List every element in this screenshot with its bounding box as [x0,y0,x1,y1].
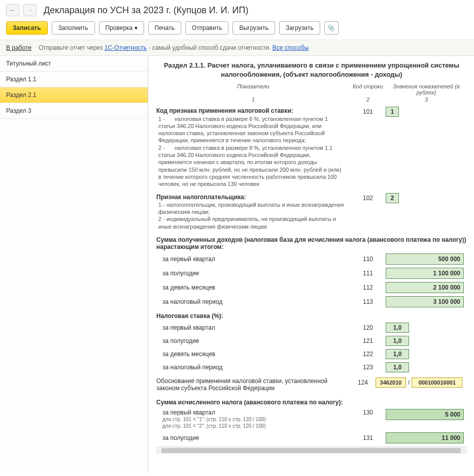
save-button[interactable]: Записать [6,21,48,35]
row-123: за налоговый период 123 1,0 [156,362,467,372]
row-112: за девять месяцев 112 2 100 000 [156,282,467,293]
row-102-code: 102 [350,193,386,202]
link-1c-report[interactable]: 1С-Отчетность [105,44,147,51]
income-header: Сумма полученных доходов (налоговая база… [156,236,467,250]
status-label[interactable]: В работе [6,44,31,51]
sidebar-item-section-2-1[interactable]: Раздел 2.1 [0,87,148,103]
column-headers: Показатели Код строки Значения показател… [156,83,467,96]
input-101[interactable]: 1 [386,107,399,117]
row-121: за полугодие 121 1,0 [156,336,467,346]
print-button[interactable]: Печать [148,21,181,35]
scrollbar-thumb[interactable] [161,448,461,453]
status-text: Отправьте отчет через 1С-Отчетность - са… [39,44,309,51]
input-113[interactable]: 3 100 000 [386,296,464,307]
input-130[interactable]: 5 000 [386,409,464,420]
sidebar: Титульный лист Раздел 1.1 Раздел 2.1 Раз… [0,56,148,472]
input-122[interactable]: 1,0 [386,349,409,359]
sidebar-item-section-3[interactable]: Раздел 3 [0,103,148,119]
input-120[interactable]: 1,0 [386,323,409,333]
input-131[interactable]: 11 000 [386,432,464,443]
chevron-down-icon: ▾ [134,24,138,31]
row-110: за первый квартал 110 500 000 [156,253,467,265]
input-123[interactable]: 1,0 [386,362,409,372]
toolbar: Записать Заполнить Проверка ▾ Печать Отп… [0,18,474,40]
back-button[interactable]: ← [6,4,19,16]
check-button[interactable]: Проверка ▾ [99,21,144,35]
input-110[interactable]: 500 000 [386,253,464,265]
row-102-label: Признак налогоплательщика: [156,194,246,201]
row-131: за полугодие 131 11 000 [156,432,467,443]
input-102[interactable]: 2 [386,193,399,203]
attach-button[interactable]: 📎 [324,21,338,35]
forward-button[interactable]: → [23,4,37,16]
row-102: Признак налогоплательщика: 1 - налогопла… [156,193,467,230]
row-101-label: Код признака применения налоговой ставки… [156,107,293,114]
horizontal-scrollbar[interactable] [156,447,467,454]
row-101-code: 101 [350,107,386,115]
sidebar-item-title-page[interactable]: Титульный лист [0,56,148,72]
content-panel: Раздел 2.1.1. Расчет налога, уплачиваемо… [148,56,474,472]
row-124: Обоснование применения налоговой ставки,… [156,377,467,392]
input-121[interactable]: 1,0 [386,336,409,346]
send-button[interactable]: Отправить [185,21,229,35]
download-button[interactable]: Загрузить [279,21,320,35]
upload-button[interactable]: Выгрузить [232,21,275,35]
paperclip-icon: 📎 [327,24,335,31]
column-numbers: 1 2 3 [156,97,467,103]
input-124-b[interactable]: 000100010001 [412,377,462,388]
input-111[interactable]: 1 100 000 [386,268,464,279]
row-122: за девять месяцев 122 1,0 [156,349,467,359]
row-113: за налоговый период 113 3 100 000 [156,296,467,307]
input-112[interactable]: 2 100 000 [386,282,464,293]
status-bar: В работе Отправьте отчет через 1С-Отчетн… [0,40,474,56]
row-130: за первый квартал для стр. 101 = "1": (с… [156,409,467,429]
sidebar-item-section-1-1[interactable]: Раздел 1.1 [0,72,148,87]
row-120: за первый квартал 120 1,0 [156,323,467,333]
link-all-ways[interactable]: Все способы [273,44,309,51]
fill-button[interactable]: Заполнить [52,21,95,35]
section-title: Раздел 2.1.1. Расчет налога, уплачиваемо… [156,61,467,79]
row-101: Код признака применения налоговой ставки… [156,107,467,187]
tax-header: Сумма исчисленного налога (авансового пл… [156,399,467,406]
row-111: за полугодие 111 1 100 000 [156,268,467,279]
input-124-a[interactable]: 3462010 [376,377,406,388]
rate-header: Налоговая ставка (%): [156,312,467,320]
page-title: Декларация по УСН за 2023 г. (Купцов И. … [44,5,248,16]
